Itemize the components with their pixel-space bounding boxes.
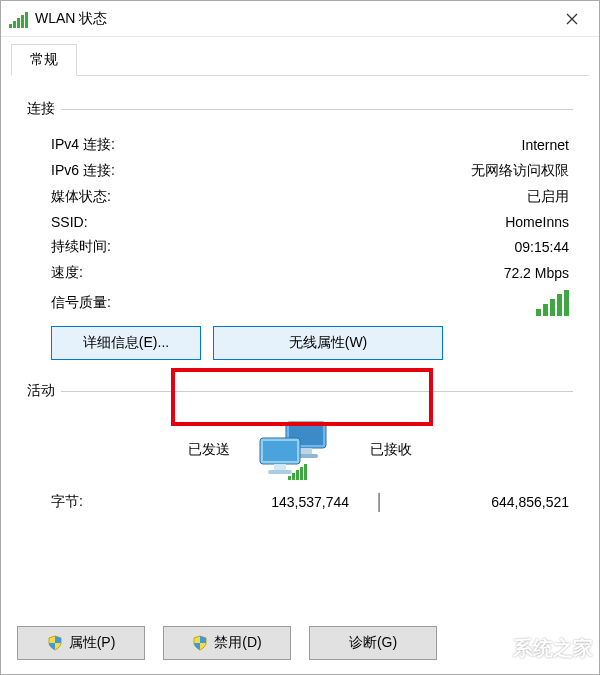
duration-label: 持续时间: bbox=[51, 238, 111, 256]
properties-button-label: 属性(P) bbox=[69, 634, 116, 652]
pane-general: 连接 IPv4 连接: Internet IPv6 连接: 无网络访问权限 媒体… bbox=[1, 76, 599, 545]
window-title: WLAN 状态 bbox=[35, 10, 549, 28]
details-button[interactable]: 详细信息(E)... bbox=[51, 326, 201, 360]
shield-icon bbox=[192, 635, 208, 651]
close-button[interactable] bbox=[549, 4, 595, 34]
ssid-label: SSID: bbox=[51, 214, 88, 230]
signal-quality-label: 信号质量: bbox=[51, 294, 111, 312]
disable-button-label: 禁用(D) bbox=[214, 634, 261, 652]
speed-label: 速度: bbox=[51, 264, 83, 282]
diagnose-button[interactable]: 诊断(G) bbox=[309, 626, 437, 660]
ipv4-value: Internet bbox=[522, 137, 569, 153]
ipv6-label: IPv6 连接: bbox=[51, 162, 115, 180]
network-monitors-icon bbox=[258, 420, 342, 480]
speed-value: 72.2 Mbps bbox=[504, 265, 569, 281]
media-state-label: 媒体状态: bbox=[51, 188, 111, 206]
bytes-separator: | bbox=[349, 490, 409, 513]
bytes-sent-value: 143,537,744 bbox=[189, 494, 349, 510]
wifi-icon bbox=[9, 10, 27, 28]
properties-button[interactable]: 属性(P) bbox=[17, 626, 145, 660]
shield-icon bbox=[47, 635, 63, 651]
sent-label: 已发送 bbox=[188, 441, 230, 459]
media-state-value: 已启用 bbox=[527, 188, 569, 206]
ipv6-value: 无网络访问权限 bbox=[471, 162, 569, 180]
svg-rect-6 bbox=[274, 464, 286, 470]
tab-general[interactable]: 常规 bbox=[11, 44, 77, 76]
footer-buttons: 属性(P) 禁用(D) 诊断(G) bbox=[1, 616, 599, 674]
duration-value: 09:15:44 bbox=[515, 239, 570, 255]
wireless-properties-button[interactable]: 无线属性(W) bbox=[213, 326, 443, 360]
ssid-value: HomeInns bbox=[505, 214, 569, 230]
wlan-status-dialog: WLAN 状态 常规 连接 IPv4 连接: Internet IPv6 连接:… bbox=[0, 0, 600, 675]
received-label: 已接收 bbox=[370, 441, 412, 459]
bytes-label: 字节: bbox=[51, 493, 83, 511]
svg-rect-5 bbox=[263, 441, 297, 461]
bytes-received-value: 644,856,521 bbox=[409, 494, 569, 510]
signal-bars-icon bbox=[536, 290, 569, 316]
group-activity: 活动 已发送 bbox=[27, 382, 573, 519]
ipv4-label: IPv4 连接: bbox=[51, 136, 115, 154]
group-activity-legend: 活动 bbox=[27, 382, 61, 400]
group-connection: 连接 IPv4 连接: Internet IPv6 连接: 无网络访问权限 媒体… bbox=[27, 100, 573, 366]
group-connection-legend: 连接 bbox=[27, 100, 61, 118]
titlebar: WLAN 状态 bbox=[1, 1, 599, 37]
disable-button[interactable]: 禁用(D) bbox=[163, 626, 291, 660]
tabstrip: 常规 bbox=[11, 43, 589, 76]
